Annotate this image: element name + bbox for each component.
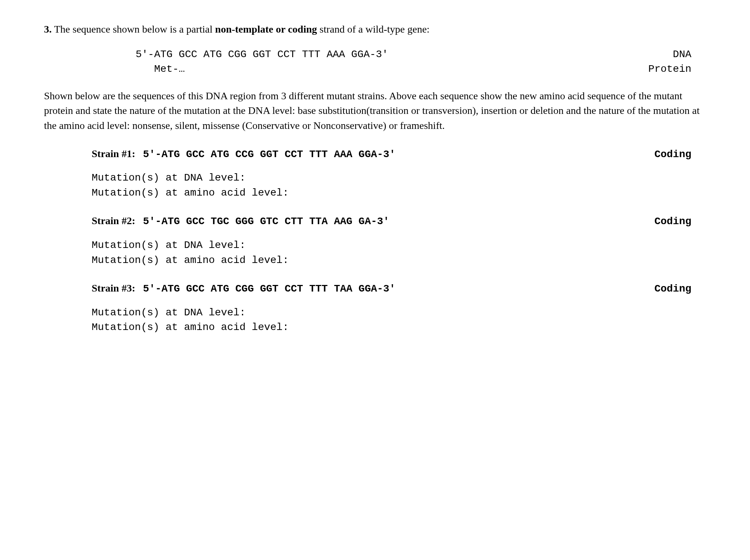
question-intro: 3. The sequence shown below is a partial… bbox=[44, 22, 706, 37]
strain-label: Strain #1: bbox=[92, 147, 143, 162]
mutation-dna-line: Mutation(s) at DNA level: bbox=[92, 305, 706, 320]
mutation-aa-line: Mutation(s) at amino acid level: bbox=[92, 320, 706, 335]
intro-text-after: strand of a wild-type gene: bbox=[317, 23, 430, 35]
strain-header: Strain #1: 5'-ATG GCC ATG CCG GGT CCT TT… bbox=[92, 147, 706, 162]
intro-text-before: The sequence shown below is a partial bbox=[52, 23, 215, 35]
wildtype-protein-sequence: Met-… bbox=[136, 62, 185, 77]
strain-sequence: 5'-ATG GCC ATG CGG GGT CCT TTT TAA GGA-3… bbox=[143, 282, 396, 297]
strain-coding-label: Coding bbox=[654, 214, 706, 229]
wildtype-protein-label: Protein bbox=[648, 62, 706, 77]
mutation-aa-line: Mutation(s) at amino acid level: bbox=[92, 253, 706, 268]
strain-header: Strain #3: 5'-ATG GCC ATG CGG GGT CCT TT… bbox=[92, 281, 706, 297]
strain-label: Strain #3: bbox=[92, 281, 143, 296]
strain-label: Strain #2: bbox=[92, 214, 143, 229]
wildtype-dna-sequence: 5'-ATG GCC ATG CGG GGT CCT TTT AAA GGA-3… bbox=[136, 47, 388, 62]
strain-coding-label: Coding bbox=[654, 147, 706, 162]
wildtype-sequence-block: 5'-ATG GCC ATG CGG GGT CCT TTT AAA GGA-3… bbox=[44, 47, 706, 77]
strain-block-3: Strain #3: 5'-ATG GCC ATG CGG GGT CCT TT… bbox=[44, 281, 706, 335]
strain-sequence: 5'-ATG GCC ATG CCG GGT CCT TTT AAA GGA-3… bbox=[143, 147, 396, 162]
mutation-dna-line: Mutation(s) at DNA level: bbox=[92, 171, 706, 186]
strain-sequence: 5'-ATG GCC TGC GGG GTC CTT TTA AAG GA-3' bbox=[143, 214, 389, 229]
strain-coding-label: Coding bbox=[654, 282, 706, 297]
strain-block-1: Strain #1: 5'-ATG GCC ATG CCG GGT CCT TT… bbox=[44, 147, 706, 201]
wildtype-protein-row: Met-… Protein bbox=[136, 62, 706, 77]
instructions-paragraph: Shown below are the sequences of this DN… bbox=[44, 89, 706, 133]
strain-block-2: Strain #2: 5'-ATG GCC TGC GGG GTC CTT TT… bbox=[44, 214, 706, 268]
mutation-aa-line: Mutation(s) at amino acid level: bbox=[92, 186, 706, 201]
mutation-dna-line: Mutation(s) at DNA level: bbox=[92, 238, 706, 253]
intro-text-bold: non-template or coding bbox=[215, 23, 317, 35]
strain-header: Strain #2: 5'-ATG GCC TGC GGG GTC CTT TT… bbox=[92, 214, 706, 229]
question-number: 3. bbox=[44, 23, 52, 35]
wildtype-dna-label: DNA bbox=[673, 47, 706, 62]
wildtype-dna-row: 5'-ATG GCC ATG CGG GGT CCT TTT AAA GGA-3… bbox=[136, 47, 706, 62]
